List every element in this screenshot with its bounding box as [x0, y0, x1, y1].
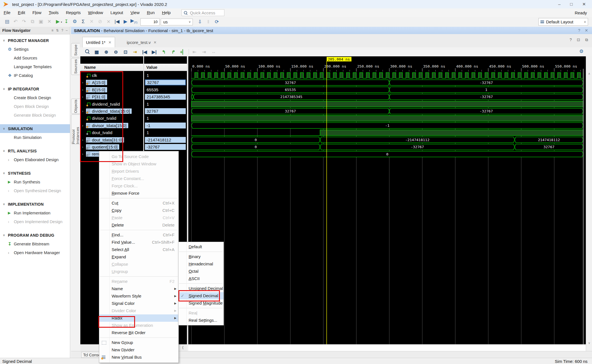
signal-row-divisor-tvalid[interactable]: divisor_tvalid — [80, 115, 143, 122]
flow-nav-section-program-and-debug[interactable]: ∨PROGRAM AND DEBUG — [0, 231, 70, 239]
signal-value-a-15-0[interactable]: 32767 — [145, 79, 186, 85]
layout-selector[interactable]: Default Layout ∨ — [538, 18, 588, 26]
menu-item-real-settings[interactable]: Real Settings... — [178, 317, 224, 324]
flow-nav-item-settings[interactable]: ⚙Settings — [0, 45, 70, 54]
flow-nav-item-language-templates[interactable]: Language Templates — [0, 62, 70, 71]
flow-nav-item-run-synthesis[interactable]: ▶Run Synthesis — [0, 177, 70, 186]
waveform-settings-gear-icon[interactable]: ⚙ — [579, 48, 584, 54]
menu-edit[interactable]: Edit — [14, 8, 29, 17]
fit-selection-icon[interactable]: ↔ — [209, 49, 218, 54]
menu-item-radix[interactable]: Radix▶ — [99, 314, 178, 322]
signal-value-clk[interactable]: 1 — [145, 72, 186, 78]
menu-item-signed-magnitude[interactable]: Signed Magnitude — [178, 299, 224, 307]
menu-item-default[interactable]: Default — [178, 243, 224, 250]
run-for-time-icon[interactable]: ▶(T) — [130, 17, 138, 26]
delete-icon[interactable]: ✕ — [45, 18, 54, 25]
side-tab-protocol-instances[interactable]: Protocol Instances — [71, 114, 80, 144]
flow-nav-item-ip-catalog[interactable]: ❖IP Catalog — [0, 71, 70, 80]
zoom-to-cursor-icon[interactable]: ⇥ — [130, 49, 140, 55]
run-time-input[interactable] — [140, 18, 160, 26]
step-icon[interactable]: ⇩ — [196, 18, 204, 26]
menu-flow[interactable]: Flow — [29, 8, 45, 17]
open-file-icon[interactable]: ▤ — [3, 18, 11, 25]
signal-value-dividend-tvalid[interactable]: 1 — [145, 101, 186, 107]
tab-untitled-1[interactable]: Untitled 1*✕ — [82, 37, 115, 47]
flow-nav-section-rtl-analysis[interactable]: ∨RTL ANALYSIS — [0, 147, 70, 155]
settings-gear-icon[interactable]: ⚙ — [70, 18, 79, 25]
banner-close-icon[interactable]: ✕ — [585, 28, 588, 33]
menu-item-signed-decimal[interactable]: ✓Signed Decimal — [178, 292, 224, 299]
flow-nav-item-run-simulation[interactable]: Run Simulation — [0, 133, 70, 142]
menu-item-waveform-style[interactable]: Waveform Style▶ — [99, 292, 178, 300]
paste-icon[interactable]: ▣ — [37, 18, 45, 25]
expander-icon[interactable]: › — [82, 123, 86, 128]
signal-row-dout-tdata-31-0[interactable]: ›dout_tdata[31:0] — [80, 136, 143, 143]
maximize-button[interactable]: □ — [570, 2, 573, 7]
zoom-out-icon[interactable]: ⊖ — [111, 49, 121, 55]
flow-nav-item-create-block-design[interactable]: Create Block Design — [0, 93, 70, 102]
flow-nav-item-run-implementation[interactable]: ▶Run Implementation — [0, 208, 70, 217]
relaunch-icon[interactable]: ⟳ — [213, 18, 221, 26]
signal-row-dividend-tvalid[interactable]: dividend_tvalid — [80, 101, 143, 108]
tab-tcl-console[interactable]: Tcl Console — [81, 352, 100, 358]
signal-value-divisor-tdata-15-0[interactable]: -1 — [145, 123, 186, 128]
side-tab-sources[interactable]: Sources — [71, 58, 80, 75]
search-icon[interactable] — [82, 49, 92, 54]
expander-icon[interactable]: › — [82, 152, 86, 156]
flow-nav-section-project-manager[interactable]: ∨PROJECT MANAGER — [0, 36, 70, 45]
menu-view[interactable]: View — [127, 8, 143, 17]
next-transition-icon[interactable]: ▶| — [149, 49, 159, 55]
signal-row-a-15-0[interactable]: ›A[15:0] — [80, 79, 143, 86]
menu-item-binary[interactable]: Binary — [178, 253, 224, 260]
side-tab-objects[interactable]: Objects — [71, 99, 80, 114]
save-icon[interactable]: ▦ — [92, 49, 101, 55]
expander-icon[interactable]: › — [82, 138, 86, 142]
menu-item-cut[interactable]: CutCtrl+X — [99, 199, 178, 207]
flow-nav-section-implementation[interactable]: ∨IMPLEMENTATION — [0, 200, 70, 208]
expander-icon[interactable]: › — [82, 88, 86, 92]
menu-item-reverse-bit-order[interactable]: Reverse Bit Order — [99, 329, 178, 336]
signal-row-dividend-tdata-15-0[interactable]: ›dividend_tdata[15:0] — [80, 108, 143, 115]
undo-icon[interactable]: ↶ — [11, 18, 20, 25]
menu-item-unsigned-decimal[interactable]: Unsigned Decimal — [178, 285, 224, 292]
swap-cursor-right-icon[interactable]: ↱ — [169, 49, 178, 55]
flow-nav-item-generate-bitstream[interactable]: ↧Generate Bitstream — [0, 239, 70, 248]
signal-row-divisor-tdata-15-0[interactable]: ›divisor_tdata[15:0] — [80, 122, 143, 129]
menu-item-remove-force[interactable]: Remove Force — [99, 190, 178, 197]
zoom-fit-icon[interactable]: ⊡ — [121, 49, 130, 55]
menu-file[interactable]: File — [0, 8, 14, 17]
side-tab-scope[interactable]: Scope — [71, 43, 80, 57]
menu-item-new-virtual-bus[interactable]: New Virtual Bus — [99, 354, 178, 361]
banner-help-icon[interactable]: ? — [578, 28, 580, 33]
menu-item-new-divider[interactable]: New Divider — [99, 346, 178, 354]
flow-nav-item-open-hardware-manager[interactable]: ›Open Hardware Manager — [0, 248, 70, 257]
signal-value-quotient-15-0[interactable]: -32767 — [145, 144, 186, 150]
panel-window-icons[interactable]: ?⊡⧉ — [569, 37, 588, 42]
name-column-header[interactable]: Name — [80, 64, 143, 71]
expander-icon[interactable]: › — [82, 80, 86, 85]
scroll-up-icon[interactable]: ∧ — [586, 71, 592, 76]
signal-row-p-31-0[interactable]: ›P[31:0] — [80, 93, 143, 100]
signal-value-dividend-tdata-15-0[interactable]: 32767 — [145, 108, 186, 114]
report-sigma-icon[interactable]: Σ — [79, 18, 87, 25]
menu-layout[interactable]: Layout — [107, 8, 127, 17]
menu-item-signal-color[interactable]: Signal Color▶ — [99, 300, 178, 307]
menu-item-new-group[interactable]: New Group — [99, 339, 178, 346]
run-all-icon[interactable]: ▶ — [121, 18, 130, 25]
expander-icon[interactable]: › — [82, 95, 86, 99]
breakpoint-icon[interactable]: ⨯ — [104, 18, 113, 25]
panel-icon[interactable]: ⊡ — [577, 37, 580, 42]
flow-nav-item-add-sources[interactable]: Add Sources — [0, 54, 70, 62]
panel-icon[interactable]: ? — [569, 37, 572, 42]
scroll-down-icon[interactable]: ∨ — [586, 340, 592, 345]
zoom-in-icon[interactable]: ⊕ — [101, 49, 111, 55]
horizontal-scrollbar[interactable] — [188, 344, 586, 351]
menu-help[interactable]: Help — [158, 8, 174, 17]
close-button[interactable]: ✕ — [582, 2, 586, 7]
menu-item-delete[interactable]: DeleteDelete — [99, 221, 178, 229]
menu-item-select-all[interactable]: Select AllCtrl+A — [99, 246, 178, 253]
menu-item-copy[interactable]: CopyCtrl+C — [99, 207, 178, 214]
signal-value-b-15-0[interactable]: 65535 — [145, 87, 186, 93]
signal-row-dout-tvalid[interactable]: dout_tvalid — [80, 129, 143, 136]
quick-access-search[interactable]: Quick Access — [182, 9, 224, 16]
